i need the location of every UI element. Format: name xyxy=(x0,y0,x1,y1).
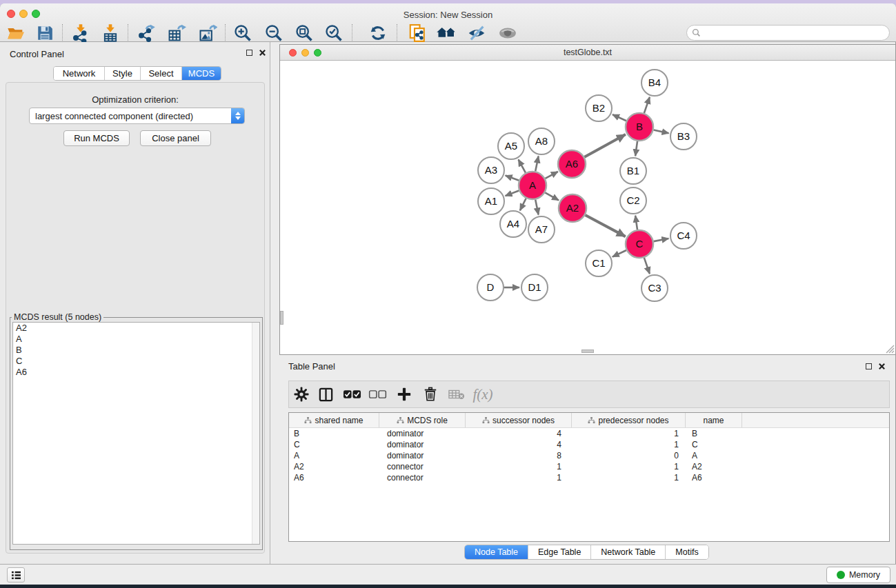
mcds-result-list[interactable]: A2ABCA6 xyxy=(12,322,260,545)
graph-edge-A-A4[interactable] xyxy=(520,199,526,211)
column-header-shared-name[interactable]: shared name xyxy=(289,413,379,427)
table-row[interactable]: Cdominator41C xyxy=(289,439,889,450)
zoom-out-button[interactable] xyxy=(263,22,285,44)
float-panel-icon[interactable] xyxy=(246,50,252,56)
save-session-button[interactable] xyxy=(34,22,56,44)
clone-network-button[interactable] xyxy=(407,22,429,44)
network-canvas[interactable]: B4B2BB3A5A8A6A3B1AA1C2A2A4A7C4CC1C3DD1 xyxy=(280,61,895,354)
memory-button[interactable]: Memory xyxy=(826,567,890,583)
tab-node-table[interactable]: Node Table xyxy=(465,545,528,559)
graph-edge-C-C3[interactable] xyxy=(644,258,650,274)
export-image-icon xyxy=(198,23,217,43)
table-row[interactable]: A2connector11A2 xyxy=(289,461,889,472)
select-all-columns-button[interactable] xyxy=(340,383,364,405)
eye-icon xyxy=(497,23,518,43)
search-field[interactable] xyxy=(686,25,890,41)
mcds-result-item[interactable]: C xyxy=(13,356,259,367)
control-panel-title: Control Panel xyxy=(10,49,64,59)
hide-style-button[interactable] xyxy=(466,22,488,44)
graph-edge-B-B2[interactable] xyxy=(613,114,626,121)
export-table-button[interactable] xyxy=(166,22,188,44)
graph-edge-C-C1[interactable] xyxy=(613,250,626,257)
graph-edge-A-A3[interactable] xyxy=(506,176,519,181)
close-table-panel-icon[interactable] xyxy=(878,363,886,370)
zoom-selected-button[interactable] xyxy=(323,22,345,44)
table-row[interactable]: A6connector11A6 xyxy=(289,472,889,483)
zoom-fit-button[interactable] xyxy=(293,22,315,44)
show-task-history-button[interactable] xyxy=(7,567,25,582)
tab-style[interactable]: Style xyxy=(105,67,141,80)
open-session-button[interactable] xyxy=(5,22,27,44)
column-header-MCDS-role[interactable]: MCDS role xyxy=(379,413,466,427)
table-row[interactable]: Bdominator41B xyxy=(289,428,889,439)
column-type-icon xyxy=(397,417,404,424)
tab-edge-table[interactable]: Edge Table xyxy=(528,545,591,559)
graph-edge-B-B1[interactable] xyxy=(635,141,637,156)
graph-edge-C-C2[interactable] xyxy=(635,216,637,230)
import-network-button[interactable] xyxy=(70,22,92,44)
desktop-strip xyxy=(0,585,896,588)
export-network-button[interactable] xyxy=(135,22,157,44)
search-icon xyxy=(692,28,701,37)
graph-edge-A-A1[interactable] xyxy=(506,191,519,196)
horizontal-scroll-notch[interactable] xyxy=(581,349,594,353)
vertical-scroll-notch[interactable] xyxy=(280,311,283,325)
graph-edge-B-B3[interactable] xyxy=(654,130,669,133)
close-panel-icon[interactable] xyxy=(259,49,266,57)
run-mcds-button[interactable]: Run MCDS xyxy=(63,130,130,146)
mcds-result-item[interactable]: A6 xyxy=(13,367,259,378)
export-table-icon xyxy=(167,23,186,43)
fx-icon: f(x) xyxy=(472,386,492,403)
search-input[interactable] xyxy=(704,28,889,38)
graph-edge-B-B4[interactable] xyxy=(644,97,650,113)
table-settings-button[interactable] xyxy=(290,383,313,405)
gear-icon xyxy=(293,386,310,403)
result-list-scrollbar[interactable] xyxy=(252,323,259,544)
column-header-name[interactable]: name xyxy=(686,413,742,427)
node-table[interactable]: shared nameMCDS rolesuccessor nodesprede… xyxy=(288,412,890,542)
tab-motifs[interactable]: Motifs xyxy=(666,545,708,559)
mcds-result-item[interactable]: A xyxy=(13,334,259,345)
table-cell: connector xyxy=(379,472,466,483)
tab-network[interactable]: Network xyxy=(54,67,105,80)
export-image-button[interactable] xyxy=(197,22,219,44)
zoom-in-button[interactable] xyxy=(232,22,254,44)
mcds-result-box: MCDS result (5 nodes) A2ABCA6 xyxy=(10,312,263,550)
dropdown-stepper-icon xyxy=(231,108,244,123)
refresh-layout-button[interactable] xyxy=(367,22,389,44)
graph-edge-A-A6[interactable] xyxy=(545,172,557,179)
deselect-all-columns-button[interactable] xyxy=(366,383,389,405)
float-table-panel-icon[interactable] xyxy=(866,363,872,369)
network-graph[interactable]: B4B2BB3A5A8A6A3B1AA1C2A2A4A7C4CC1C3DD1 xyxy=(280,61,895,354)
graph-edge-C-C4[interactable] xyxy=(654,239,669,241)
delete-column-button[interactable] xyxy=(419,383,442,405)
table-row[interactable]: Adominator80A xyxy=(289,450,889,461)
import-table-button[interactable] xyxy=(99,22,121,44)
column-header-successor-nodes[interactable]: successor nodes xyxy=(466,413,572,427)
toggle-column-view-button[interactable] xyxy=(314,383,337,405)
graph-edge-A2-C[interactable] xyxy=(586,215,626,236)
show-all-networks-button[interactable] xyxy=(435,22,457,44)
graph-edge-A-A5[interactable] xyxy=(519,159,526,172)
import-network-icon xyxy=(71,23,90,43)
mcds-result-item[interactable]: B xyxy=(13,345,259,356)
mcds-result-item[interactable]: A2 xyxy=(13,323,259,334)
column-header-predecessor-nodes[interactable]: predecessor nodes xyxy=(572,413,686,427)
graph-edge-A-A2[interactable] xyxy=(545,192,559,200)
tab-mcds[interactable]: MCDS xyxy=(182,67,221,80)
network-window-titlebar[interactable]: testGlobe.txt xyxy=(280,45,895,61)
tab-select[interactable]: Select xyxy=(141,67,182,80)
window-resize-grip[interactable] xyxy=(884,343,895,354)
show-hide-button[interactable] xyxy=(497,22,519,44)
graph-edge-A-A8[interactable] xyxy=(535,156,538,172)
optimization-criterion-dropdown[interactable]: largest connected component (directed) xyxy=(29,108,245,124)
import-table-icon xyxy=(101,23,120,43)
column-header-label: predecessor nodes xyxy=(598,416,668,425)
trash-icon xyxy=(423,387,438,402)
create-column-button[interactable] xyxy=(392,383,416,405)
graph-edge-A-A7[interactable] xyxy=(535,200,538,215)
tab-network-table[interactable]: Network Table xyxy=(591,545,666,559)
graph-edge-A6-B[interactable] xyxy=(584,134,625,157)
close-panel-button[interactable]: Close panel xyxy=(140,130,211,146)
control-panel: Control Panel Network Style Select MCDS … xyxy=(0,42,270,564)
